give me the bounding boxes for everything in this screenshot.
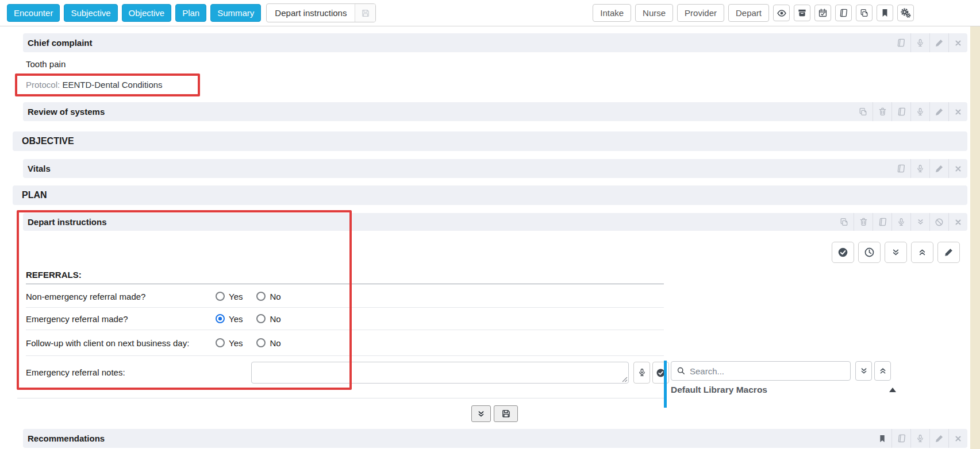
radio-group: Yes No: [216, 314, 281, 324]
eye-icon[interactable]: [773, 5, 790, 21]
clock-icon[interactable]: [858, 242, 881, 263]
bookmark-icon[interactable]: [873, 429, 891, 448]
chevron-double-down-icon[interactable]: [471, 405, 491, 422]
pencil-icon[interactable]: [929, 33, 948, 52]
section-header-review-of-systems[interactable]: Review of systems: [23, 102, 967, 121]
radio-label: Yes: [229, 314, 243, 324]
macros-group-title: Default Library Macros: [671, 385, 767, 395]
radio-option-yes[interactable]: Yes: [216, 338, 243, 348]
triangle-up-icon: [889, 388, 896, 392]
tab-plan[interactable]: Plan: [175, 4, 206, 22]
microphone-icon[interactable]: [910, 429, 929, 448]
radio-option-no[interactable]: No: [256, 338, 280, 348]
radio-label: No: [270, 314, 280, 324]
book-icon[interactable]: [891, 102, 910, 121]
yes-radio[interactable]: [216, 314, 225, 323]
no-radio[interactable]: [256, 292, 266, 301]
tab-objective[interactable]: Objective: [122, 4, 172, 22]
copy-icon[interactable]: [856, 5, 873, 21]
microphone-icon[interactable]: [910, 102, 929, 121]
radio-label: Yes: [229, 338, 243, 348]
search-input[interactable]: [690, 366, 845, 376]
section-header-depart-instructions[interactable]: Depart instructions: [23, 213, 967, 231]
active-note-tab[interactable]: Depart instructions: [266, 3, 376, 22]
pencil-icon[interactable]: [937, 242, 960, 263]
radio-option-no[interactable]: No: [256, 292, 280, 301]
copy-icon[interactable]: [854, 102, 873, 121]
radio-option-yes[interactable]: Yes: [216, 292, 243, 301]
stage-button-intake[interactable]: Intake: [593, 4, 631, 22]
book-icon[interactable]: [835, 5, 852, 21]
tab-encounter[interactable]: Encounter: [7, 4, 60, 22]
active-note-label: Depart instructions: [267, 4, 355, 22]
book-icon[interactable]: [891, 33, 910, 52]
close-icon[interactable]: [948, 33, 967, 52]
stage-button-provider[interactable]: Provider: [677, 4, 724, 22]
book-icon[interactable]: [891, 159, 910, 178]
no-radio[interactable]: [256, 338, 266, 347]
copy-icon[interactable]: [835, 213, 854, 231]
chief-complaint-text: Tooth pain: [26, 59, 66, 69]
close-icon[interactable]: [948, 429, 967, 448]
macros-group-header[interactable]: Default Library Macros: [671, 382, 896, 398]
trash-icon[interactable]: [873, 102, 891, 121]
macros-search[interactable]: [671, 361, 851, 381]
tab-summary[interactable]: Summary: [210, 4, 261, 22]
section-title: Vitals: [28, 164, 51, 173]
chevron-double-up-icon[interactable]: [874, 361, 891, 381]
section-title: Recommendations: [28, 433, 105, 443]
save-icon[interactable]: [355, 4, 375, 22]
microphone-icon[interactable]: [891, 213, 910, 231]
tab-subjective[interactable]: Subjective: [64, 4, 117, 22]
calendar-check-icon[interactable]: [814, 5, 831, 21]
section-header-chief-complaint[interactable]: Chief complaint: [23, 33, 967, 52]
section-actions: [891, 159, 967, 178]
archive-icon[interactable]: [794, 5, 810, 21]
check-circle-icon[interactable]: [832, 242, 854, 263]
trash-icon[interactable]: [854, 213, 873, 231]
pencil-icon[interactable]: [929, 159, 948, 178]
category-title: PLAN: [22, 190, 47, 200]
gears-icon[interactable]: [897, 5, 914, 21]
radio-label: No: [270, 292, 280, 301]
ban-icon[interactable]: [929, 213, 948, 231]
chevron-double-up-icon[interactable]: [911, 242, 933, 263]
section-actions: [854, 102, 967, 121]
save-icon[interactable]: [494, 405, 518, 422]
microphone-icon[interactable]: [633, 362, 650, 384]
close-icon[interactable]: [948, 213, 967, 231]
section-header-vitals[interactable]: Vitals: [23, 159, 967, 178]
yes-radio[interactable]: [216, 338, 225, 347]
section-title: Depart instructions: [28, 217, 107, 227]
question-row-non-emergency-referral: Non-emergency referral made? Yes No: [26, 285, 664, 308]
stage-button-nurse[interactable]: Nurse: [635, 4, 673, 22]
question-label: Follow-up with client on next business d…: [26, 338, 189, 348]
pencil-icon[interactable]: [929, 429, 948, 448]
book-icon[interactable]: [891, 429, 910, 448]
macros-panel-accent-bar: [664, 361, 667, 408]
stage-button-depart[interactable]: Depart: [728, 4, 769, 22]
section-header-recommendations[interactable]: Recommendations: [23, 429, 967, 448]
pencil-icon[interactable]: [929, 102, 948, 121]
chevron-double-down-icon[interactable]: [885, 242, 907, 263]
microphone-icon[interactable]: [910, 159, 929, 178]
chevron-double-down-icon[interactable]: [855, 361, 872, 381]
ehr-encounter-page: Encounter Subjective Objective Plan Summ…: [0, 0, 980, 449]
protocol-text: Protocol: EENTD-Dental Conditions: [26, 80, 163, 90]
no-radio[interactable]: [256, 314, 266, 323]
book-icon[interactable]: [873, 213, 891, 231]
chevron-double-down-icon[interactable]: [910, 213, 929, 231]
close-icon[interactable]: [948, 159, 967, 178]
radio-option-yes[interactable]: Yes: [216, 314, 243, 324]
section-actions: [873, 429, 967, 448]
emergency-referral-notes-input[interactable]: [251, 362, 629, 384]
question-label: Emergency referral notes:: [26, 367, 125, 377]
top-toolbar: Encounter Subjective Objective Plan Summ…: [0, 0, 980, 26]
close-icon[interactable]: [948, 102, 967, 121]
yes-radio[interactable]: [216, 292, 225, 301]
bookmark-icon[interactable]: [877, 5, 893, 21]
microphone-icon[interactable]: [910, 33, 929, 52]
section-actions: [835, 213, 967, 231]
radio-option-no[interactable]: No: [256, 314, 280, 324]
question-label: Emergency referral made?: [26, 314, 128, 324]
